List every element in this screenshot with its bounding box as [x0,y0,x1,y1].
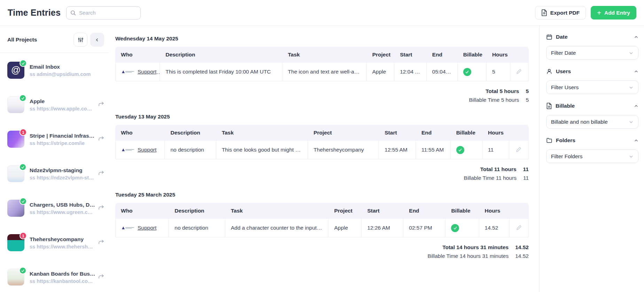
col-header-billable: Billable [458,47,487,63]
filter-users-select[interactable]: Filter Users [546,80,638,94]
project-filter-button[interactable] [73,33,87,47]
sidebar-item-apple[interactable]: Apple ss https://www.apple.co… [7,87,104,122]
total-time: 14 hours 31 minutes [456,244,509,250]
col-header-task: Task [282,47,367,63]
edit-entry-button[interactable] [516,146,522,152]
chevron-up-icon[interactable] [634,104,638,108]
sidebar-item-thehersheycompany[interactable]: 1 Thehersheycompany ss https://www.thehe… [7,225,104,260]
filter-select-value: Billable and non billable [551,119,629,125]
page-title: Time Entries [8,8,61,18]
billable-total-value: 11 [523,174,529,182]
chevron-down-icon [629,120,634,124]
billable-total-value: 5 [526,95,529,104]
project-thumbnail: @ [7,62,24,79]
support-logo [121,148,135,152]
sidebar-item-chargers-usb-hubs[interactable]: Chargers, USB Hubs, Dock… ss https://www… [7,191,104,225]
project-name: Kanban Boards for Busine… [30,271,95,277]
filter-label: Users [556,68,630,75]
cell-actions [509,141,529,159]
sidebar-item-ndze2vlpmn-staging[interactable]: Ndze2vlpmn-staging ss https://ndze2vlpmn… [7,156,104,191]
billable-total-time: 14 hours 31 minutes [460,253,509,259]
filter-group-billable: Billable Billable and non billable [546,102,638,129]
filter-billable-select[interactable]: Billable and non billable [546,115,638,129]
cell-billable [445,219,479,237]
sidebar-title: All Projects [7,37,73,43]
col-header-hours: Hours [482,125,509,141]
col-header-project: Project [328,203,362,219]
chevron-up-icon[interactable] [634,69,638,74]
time-entries-main: Wednesday 14 May 2025 Who Description Ta… [109,26,539,292]
billable-check-icon [456,146,464,154]
check-badge [20,60,27,67]
col-header-who: Who [115,47,160,63]
sidebar-item-email-inbox[interactable]: @ Email Inbox ss admin@upsidium.com [7,53,104,87]
filter-header-billable[interactable]: Billable [546,102,638,110]
filter-folders-select[interactable]: Filter Folders [546,149,638,163]
section-totals: Total 5 hours5 Billable Time 5 hours5 [115,87,529,104]
open-link-icon[interactable] [98,239,104,246]
sidebar-item-stripe[interactable]: 1 Stripe | Financial Infrastru… ss https… [7,122,104,156]
filter-header-date[interactable]: Date [546,33,638,41]
col-header-billable: Billable [445,203,479,219]
filter-date-select[interactable]: Filter Date [546,46,638,60]
open-link-icon[interactable] [98,170,104,177]
col-header-description: Description [169,203,225,219]
cell-description: no description [165,141,216,159]
calendar-icon [546,34,552,40]
at-sign-icon: @ [11,65,21,76]
billable-total-label: Billable Time [464,175,495,181]
time-entries-table: Who Description Task Project Start End B… [115,125,529,159]
cell-start: 12:04 AM [394,63,427,81]
check-badge [20,198,27,205]
chevron-down-icon [629,154,634,159]
add-entry-button[interactable]: + Add Entry [591,6,636,20]
filter-header-users[interactable]: Users [546,68,638,75]
edit-entry-button[interactable] [516,68,522,74]
section-date: Wednesday 14 May 2025 [115,36,529,42]
project-thumbnail: 1 [7,131,24,148]
search-box[interactable] [66,6,141,20]
plus-icon: + [597,9,601,16]
collapse-sidebar-button[interactable] [90,33,104,47]
filter-header-folders[interactable]: Folders [546,137,638,144]
filter-group-folders: Folders Filter Folders [546,137,638,163]
project-url: ss https://www.ugreen.c… [30,209,95,215]
col-header-project: Project [308,125,379,141]
sidebar-item-kanban-boards[interactable]: Kanban Boards for Busine… ss https://kan… [7,260,104,292]
project-name: Stripe | Financial Infrastru… [30,133,95,139]
chevron-up-icon[interactable] [634,138,638,143]
cell-billable [458,63,487,81]
cell-project: Thehersheycompany [308,141,379,159]
total-label: Total [486,88,498,94]
open-link-icon[interactable] [98,274,104,281]
cell-end: 11:55 AM [416,141,451,159]
who-link[interactable]: Support [138,147,156,153]
open-link-icon[interactable] [98,101,104,108]
document-icon [546,103,552,109]
cell-hours: 5 [487,63,510,81]
cell-project: Apple [328,219,362,237]
filter-label: Folders [556,137,630,144]
user-icon [546,68,552,75]
chevron-up-icon[interactable] [634,35,638,39]
add-entry-label: Add Entry [604,10,630,16]
search-input[interactable] [79,10,137,16]
total-label: Total [442,244,455,250]
project-url: ss https://www.thehersh… [30,244,95,249]
table-row: Support no description This one looks go… [115,141,529,159]
chevron-left-icon [95,38,100,42]
edit-entry-button[interactable] [516,224,522,230]
cell-description: no description [169,219,225,237]
project-url: ss https://stripe.com/ie [30,140,95,146]
col-header-project: Project [367,47,395,63]
project-thumbnail [7,269,24,286]
who-link[interactable]: Support [138,69,156,75]
col-header-task: Task [225,203,329,219]
project-url: ss https://kanbantool.co… [30,278,95,284]
open-link-icon[interactable] [98,136,104,143]
export-pdf-button[interactable]: Export PDF [535,6,586,20]
open-link-icon[interactable] [98,205,104,212]
chevron-down-icon [629,85,634,90]
col-header-start: Start [394,47,427,63]
who-link[interactable]: Support [138,225,156,231]
